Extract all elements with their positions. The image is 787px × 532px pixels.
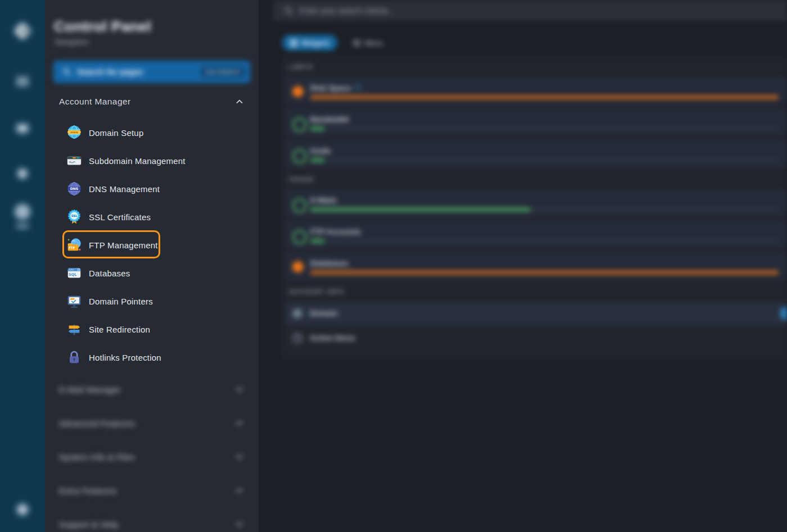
navigation-panel: Control Panel Navigation Search for page… [45,0,259,532]
widget-row-bandwidth[interactable]: Bandwidth [286,109,787,136]
sidebar-item-ssl-certificates[interactable]: SSL SSL Certificates [59,203,245,231]
account-row-active-since[interactable]: Active Since [286,327,787,349]
progress-fill [310,158,324,162]
dashboard-icon[interactable] [16,75,29,88]
refresh-icon[interactable] [354,83,362,92]
section-system-info-files[interactable]: System Info & Files [59,449,245,464]
section-header-limits: LIMITS [289,60,787,74]
svg-text:SSL: SSL [71,214,78,217]
chevron-up-icon [234,97,245,107]
sidebar-item-label: Domain Pointers [89,297,153,306]
nav-search-placeholder: Search for pages [77,67,201,76]
widget-row-databases[interactable]: Databases [286,253,787,280]
section-account-manager[interactable]: Account Manager [59,94,245,109]
clock-icon [292,333,303,344]
tab-label: Widgets [301,39,329,47]
widget-label: Disk Space [310,84,351,92]
section-support-help[interactable]: Support & Help [59,517,245,531]
app-rail [0,0,45,532]
sidebar-item-ftp-management[interactable]: FTP FTP Management [59,231,245,259]
ok-ring-icon [292,198,307,213]
dns-globe-icon: DNS [66,180,83,197]
sidebar-item-label: Domain Setup [89,128,143,138]
sidebar-item-domain-setup[interactable]: www Domain Setup [59,119,245,147]
domain-badge[interactable] [780,307,787,320]
main-content: Enter your search criteria... Widgets Me… [259,0,787,532]
section-header-usage: USAGE [289,172,787,187]
progress-track [310,208,779,211]
sidebar-item-label: Databases [89,269,130,278]
account-row-domain[interactable]: Domain [286,302,787,325]
sidebar-item-databases[interactable]: SQL Databases [59,259,245,287]
sidebar-item-label: Subdomain Management [89,156,186,166]
section-label: Advanced Features [59,419,234,428]
progress-fill [310,127,324,130]
search-icon [284,6,293,16]
section-advanced-features[interactable]: Advanced Features [59,416,245,430]
sidebar-item-label: Hotlinks Protection [89,353,161,362]
section-email-manager[interactable]: E-Mail Manager [59,382,245,397]
tab-widgets[interactable]: Widgets [282,35,337,51]
widget-label: E-Mails [310,196,337,204]
widget-row-ftp-accounts[interactable]: FTP Accounts [286,221,787,248]
ok-ring-icon [292,149,307,163]
globe-www-icon: www [66,124,83,141]
sidebar-item-dns-management[interactable]: DNS DNS Management [59,175,245,203]
chevron-down-icon [234,418,245,428]
section-extra-features[interactable]: Extra Features [59,483,245,498]
monitor-icon [66,293,83,310]
chevron-down-icon [234,519,245,529]
progress-track [310,96,779,99]
sidebar-item-label: FTP Management [89,240,158,250]
directadmin-logo[interactable] [12,21,33,41]
tab-menu[interactable]: Menu [345,35,391,51]
ssl-badge-icon: SSL [66,208,83,225]
account-label: Domain [310,309,338,317]
progress-fill [310,208,531,211]
sidebar-item-label: SSL Certificates [89,212,151,222]
progress-fill [310,96,779,99]
progress-track [310,271,779,274]
user-avatar[interactable] [15,204,30,220]
widget-row-disk-space[interactable]: Disk Space [286,78,787,104]
account-label: Active Since [310,334,355,342]
svg-text:DNS: DNS [70,187,78,190]
hamburger-icon [353,39,360,47]
ok-ring-icon [292,117,307,132]
sidebar-item-hotlinks-protection[interactable]: Hotlinks Protection [59,343,245,371]
sidebar-item-label: DNS Management [89,184,160,194]
progress-fill [310,271,779,274]
mail-icon[interactable] [16,121,29,135]
section-label: Support & Help [59,520,234,529]
svg-text:FTP: FTP [69,246,75,249]
help-icon[interactable] [16,503,29,516]
sidebar-item-domain-pointers[interactable]: Domain Pointers [59,287,245,315]
chevron-down-icon [234,384,245,394]
nav-search-input[interactable]: Search for pages Ctrl+Shift+F [53,61,250,83]
chevron-down-icon [234,452,245,462]
section-label: Extra Features [59,486,234,495]
widget-row-emails[interactable]: E-Mails [286,190,787,217]
section-label: E-Mail Manager [59,385,234,394]
page-title: Control Panel [54,18,151,35]
svg-text:SQL: SQL [69,272,76,277]
browser-www-icon: ~~ [66,152,83,169]
search-shortcut-hint: Ctrl+Shift+F [201,66,245,78]
progress-track [310,127,779,130]
search-icon [62,67,71,76]
sidebar-item-subdomain-management[interactable]: ~~ Subdomain Management [59,147,245,175]
widget-row-inode[interactable]: Inode [286,140,787,167]
progress-track [310,158,779,162]
svg-text:www: www [70,130,78,134]
globe-icon [292,308,303,319]
tab-label: Menu [364,39,383,47]
dashboard-tabs: Widgets Menu [282,35,391,51]
section-label: Account Manager [59,97,234,107]
sidebar-item-site-redirection[interactable]: Site Redirection [59,315,245,343]
signpost-icon [66,321,83,338]
global-search-input[interactable]: Enter your search criteria... [273,0,787,23]
widget-label: Databases [310,259,349,267]
user-name-label [16,224,29,228]
globe-rail-icon[interactable] [16,167,29,180]
progress-fill [310,239,324,243]
